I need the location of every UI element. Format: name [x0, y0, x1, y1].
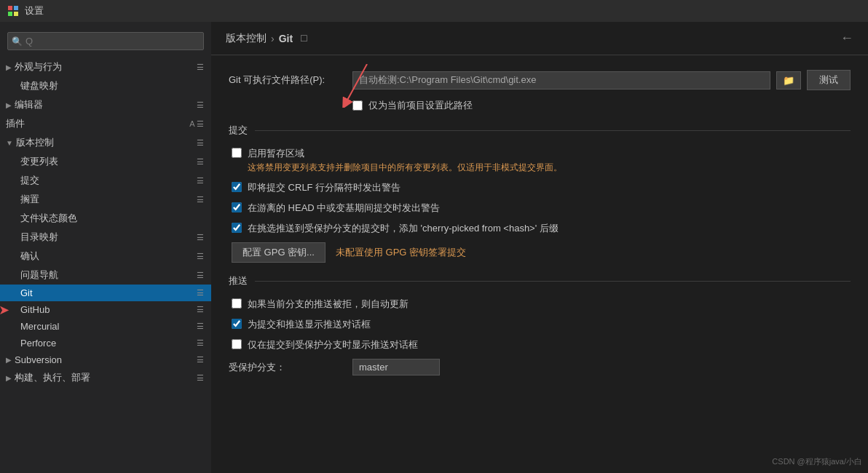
expand-icon-editor: ▶	[6, 101, 12, 109]
test-button[interactable]: 测试	[807, 70, 851, 90]
sidebar-item-github[interactable]: ➤ GitHub ☰	[0, 301, 211, 318]
main-container: 🔍 ▶ 外观与行为 ☰ 键盘映射 ▶ 编辑器 ☰ 插件 A ☰ ▼ 版本控制 ☰…	[0, 22, 868, 473]
panel-content: Git 可执行文件路径(P): 📁 测试	[211, 55, 868, 473]
sidebar-icon-plugins: A ☰	[189, 119, 204, 129]
push-divider-line	[255, 281, 851, 282]
only-project-checkbox-row: 仅为当前项目设置此路径	[229, 99, 851, 112]
sidebar-item-vcs[interactable]: ▼ 版本控制 ☰	[0, 133, 211, 152]
sidebar-icon-confirm: ☰	[197, 252, 204, 261]
breadcrumb: 版本控制 › Git ☐	[226, 32, 308, 45]
sidebar-label-vcs: 版本控制	[16, 136, 54, 149]
sidebar-item-filecolor[interactable]: 文件状态颜色	[0, 209, 211, 228]
sidebar-item-confirm[interactable]: 确认 ☰	[0, 247, 211, 266]
git-path-input[interactable]	[352, 71, 770, 90]
gpg-hint: 未配置使用 GPG 密钥签署提交	[336, 246, 466, 259]
sidebar-item-editor[interactable]: ▶ 编辑器 ☰	[0, 95, 211, 114]
sidebar-item-mercurial[interactable]: Mercurial ☰	[0, 318, 211, 335]
sidebar-icon-editor: ☰	[197, 100, 204, 110]
breadcrumb-tab-icon: ☐	[300, 33, 308, 44]
sidebar-item-perforce[interactable]: Perforce ☰	[0, 335, 211, 351]
sidebar-item-subversion[interactable]: ▶ Subversion ☰	[0, 351, 211, 368]
git-path-label: Git 可执行文件路径(P):	[229, 73, 345, 87]
current-project-row: 仅为当前项目设置此路径	[229, 99, 851, 112]
staging-checkbox[interactable]	[232, 148, 242, 158]
crlf-checkbox[interactable]	[232, 182, 242, 192]
commit-section-divider: 提交	[229, 124, 851, 137]
cherry-pick-label: 在挑选推送到受保护分支的提交时，添加 'cherry-picked from <…	[248, 222, 559, 235]
sidebar-icon-perforce: ☰	[197, 338, 204, 348]
sidebar-label-issuenav: 问题导航	[20, 269, 58, 282]
detached-head-row: 在游离的 HEAD 中或变基期间提交时发出警告	[229, 202, 851, 215]
sidebar-item-build[interactable]: ▶ 构建、执行、部署 ☰	[0, 368, 211, 387]
svg-rect-2	[8, 12, 12, 16]
sidebar-item-issuenav[interactable]: 问题导航 ☰	[0, 266, 211, 285]
detached-head-checkbox[interactable]	[232, 202, 242, 212]
sidebar-label-subversion: Subversion	[15, 354, 62, 365]
detached-head-label: 在游离的 HEAD 中或变基期间提交时发出警告	[248, 202, 440, 215]
sidebar-icon-appearance: ☰	[197, 63, 204, 72]
auto-update-checkbox[interactable]	[232, 298, 242, 309]
sidebar-item-commit[interactable]: 提交 ☰	[0, 171, 211, 190]
sidebar-icon-build: ☰	[197, 373, 204, 383]
sidebar-item-changelist[interactable]: 变更列表 ☰	[0, 152, 211, 171]
expand-icon: ▶	[6, 63, 12, 71]
gpg-row: 配置 GPG 密钥... 未配置使用 GPG 密钥签署提交	[232, 242, 851, 263]
sidebar-item-shelve[interactable]: 搁置 ☰	[0, 190, 211, 209]
sidebar-item-plugins[interactable]: 插件 A ☰	[0, 114, 211, 133]
sidebar-label-confirm: 确认	[20, 250, 39, 263]
staging-area-content: 启用暂存区域 这将禁用变更列表支持并删除项目中的所有变更列表。仅适用于非模式提交…	[248, 147, 562, 174]
sidebar-label-perforce: Perforce	[20, 338, 56, 349]
sidebar-item-git[interactable]: Git ☰	[0, 285, 211, 301]
show-push-dialog-checkbox[interactable]	[232, 319, 242, 329]
staging-area-row: 启用暂存区域 这将禁用变更列表支持并删除项目中的所有变更列表。仅适用于非模式提交…	[229, 147, 851, 174]
breadcrumb-current: Git	[279, 33, 293, 44]
protected-branch-row: 受保护分支：	[229, 359, 851, 375]
sidebar-label-plugins: 插件	[6, 117, 25, 130]
sidebar-label-commit: 提交	[20, 174, 39, 187]
sidebar-label-github: GitHub	[20, 304, 50, 315]
sidebar-item-dirmap[interactable]: 目录映射 ☰	[0, 228, 211, 247]
cherry-pick-row: 在挑选推送到受保护分支的提交时，添加 'cherry-picked from <…	[229, 222, 851, 235]
push-section-divider: 推送	[229, 274, 851, 287]
crlf-warn-row: 即将提交 CRLF 行分隔符时发出警告	[229, 181, 851, 194]
title-bar: 设置	[0, 0, 868, 22]
show-push-dialog-row: 为提交和推送显示推送对话框	[229, 318, 851, 331]
gpg-button[interactable]: 配置 GPG 密钥...	[232, 242, 326, 263]
search-box: 🔍	[7, 32, 204, 50]
crlf-label: 即将提交 CRLF 行分隔符时发出警告	[248, 181, 401, 194]
sidebar-item-keyboard[interactable]: 键盘映射	[0, 76, 211, 95]
sidebar-label-git: Git	[20, 287, 33, 298]
sidebar-label-changelist: 变更列表	[20, 155, 58, 168]
svg-rect-0	[8, 6, 12, 10]
show-push-protected-checkbox[interactable]	[232, 339, 242, 349]
panel-header: 版本控制 › Git ☐ ←	[211, 22, 868, 55]
sidebar-icon-dirmap: ☰	[197, 233, 204, 242]
right-panel: 版本控制 › Git ☐ ← Git 可执行文件路径(P): 📁 测试	[211, 22, 868, 473]
auto-update-label: 如果当前分支的推送被拒，则自动更新	[248, 298, 409, 311]
sidebar-icon-git: ☰	[197, 288, 204, 298]
only-project-checkbox[interactable]	[352, 100, 363, 111]
expand-icon-build: ▶	[6, 374, 12, 382]
cherry-pick-checkbox[interactable]	[232, 223, 242, 233]
sidebar-label-shelve: 搁置	[20, 193, 39, 206]
protected-branch-input[interactable]	[352, 359, 440, 375]
sidebar-icon-vcs: ☰	[197, 138, 204, 148]
sidebar-item-appearance[interactable]: ▶ 外观与行为 ☰	[0, 57, 211, 76]
watermark: CSDN @程序猿java/小白	[772, 456, 862, 467]
folder-button[interactable]: 📁	[776, 71, 801, 90]
expand-icon-subversion: ▶	[6, 356, 12, 364]
sidebar-label-editor: 编辑器	[15, 98, 43, 111]
sidebar-icon-issuenav: ☰	[197, 271, 204, 280]
sidebar-icon-changelist: ☰	[197, 157, 204, 167]
sidebar-icon-commit: ☰	[197, 176, 204, 186]
auto-update-row: 如果当前分支的推送被拒，则自动更新	[229, 298, 851, 311]
title-bar-text: 设置	[25, 4, 44, 17]
back-button[interactable]: ←	[840, 31, 853, 46]
search-input[interactable]	[7, 32, 204, 50]
sidebar-icon-subversion: ☰	[197, 355, 204, 365]
sidebar-label-build: 构建、执行、部署	[15, 371, 90, 384]
breadcrumb-separator: ›	[271, 33, 275, 44]
show-push-protected-label: 仅在提交到受保护分支时显示推送对话框	[248, 338, 418, 351]
sidebar: 🔍 ▶ 外观与行为 ☰ 键盘映射 ▶ 编辑器 ☰ 插件 A ☰ ▼ 版本控制 ☰…	[0, 22, 211, 473]
protected-branch-label: 受保护分支：	[229, 361, 345, 374]
